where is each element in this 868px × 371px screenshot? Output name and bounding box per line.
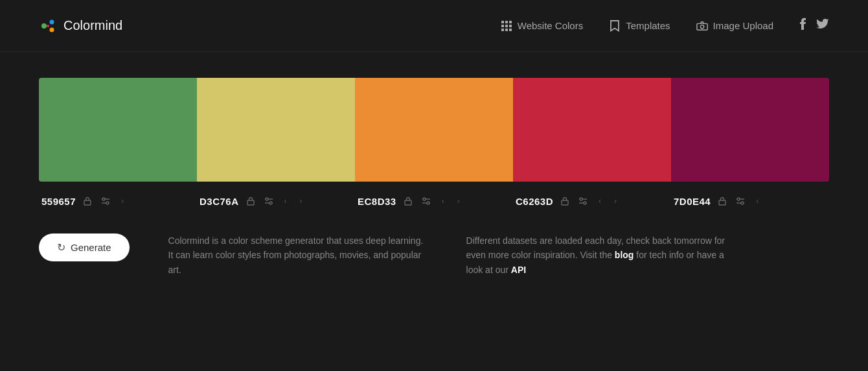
color-info-row: 559657 › D3C76A bbox=[39, 195, 829, 208]
adjust-icon-3[interactable] bbox=[577, 195, 589, 208]
svg-rect-26 bbox=[719, 200, 725, 205]
swatch-1 bbox=[197, 78, 355, 182]
nav-templates[interactable]: Templates bbox=[609, 20, 670, 32]
arrow-left-3[interactable]: ‹ bbox=[595, 196, 605, 206]
svg-rect-16 bbox=[405, 200, 411, 205]
color-info-3: C6263D ‹ › bbox=[513, 195, 671, 208]
camera-icon bbox=[696, 20, 708, 32]
svg-point-3 bbox=[47, 25, 49, 27]
description-left: Colormind is a color scheme generator th… bbox=[168, 233, 428, 277]
arrow-left-2[interactable]: ‹ bbox=[438, 196, 448, 206]
arrow-left-4[interactable]: ‹ bbox=[752, 196, 762, 206]
color-info-1: D3C76A ‹ › bbox=[197, 195, 355, 208]
hex-1: D3C76A bbox=[200, 196, 239, 207]
color-info-0: 559657 › bbox=[39, 195, 197, 208]
generate-button[interactable]: ↻ Generate bbox=[39, 233, 130, 261]
app-name: Colormind bbox=[63, 18, 122, 33]
refresh-icon: ↻ bbox=[57, 241, 65, 254]
bottom-section: ↻ Generate Colormind is a color scheme g… bbox=[39, 233, 829, 277]
image-upload-label: Image Upload bbox=[713, 20, 773, 31]
svg-point-5 bbox=[700, 25, 703, 28]
adjust-icon-1[interactable] bbox=[262, 195, 275, 208]
svg-rect-6 bbox=[84, 200, 91, 205]
arrow-left-1[interactable]: ‹ bbox=[280, 196, 291, 206]
svg-point-0 bbox=[41, 23, 47, 29]
navbar: Colormind Website Colors Templates bbox=[0, 0, 868, 52]
color-palette bbox=[39, 78, 829, 182]
lock-icon-0[interactable] bbox=[81, 195, 94, 208]
blog-link[interactable]: blog bbox=[615, 250, 634, 260]
swatch-3 bbox=[513, 78, 671, 182]
lock-icon-2[interactable] bbox=[402, 195, 415, 208]
hex-0: 559657 bbox=[41, 196, 76, 207]
svg-point-20 bbox=[427, 202, 429, 204]
svg-rect-11 bbox=[247, 200, 254, 205]
logo-area: Colormind bbox=[39, 17, 122, 35]
templates-label: Templates bbox=[626, 20, 670, 31]
hex-2: EC8D33 bbox=[358, 196, 396, 207]
svg-point-1 bbox=[50, 19, 54, 24]
hex-4: 7D0E44 bbox=[674, 196, 711, 207]
svg-point-2 bbox=[50, 27, 54, 32]
social-icons bbox=[799, 18, 829, 34]
svg-point-14 bbox=[266, 198, 268, 200]
nav-website-colors[interactable]: Website Colors bbox=[501, 20, 583, 32]
lock-icon-3[interactable] bbox=[558, 195, 571, 208]
swatch-2 bbox=[355, 78, 513, 182]
nav-items: Website Colors Templates Image Upload bbox=[501, 20, 773, 32]
svg-point-30 bbox=[741, 202, 744, 204]
hex-3: C6263D bbox=[516, 196, 553, 207]
twitter-icon[interactable] bbox=[816, 19, 829, 33]
arrow-right-2[interactable]: › bbox=[453, 196, 464, 206]
facebook-icon[interactable] bbox=[799, 18, 806, 34]
adjust-icon-0[interactable] bbox=[99, 195, 112, 208]
adjust-icon-4[interactable] bbox=[734, 195, 747, 208]
svg-point-24 bbox=[580, 198, 582, 200]
svg-point-15 bbox=[269, 202, 272, 204]
arrow-right-0[interactable]: › bbox=[117, 196, 128, 206]
svg-point-10 bbox=[106, 202, 109, 204]
svg-rect-4 bbox=[696, 23, 707, 30]
api-link[interactable]: API bbox=[511, 265, 526, 275]
lock-icon-1[interactable] bbox=[244, 195, 257, 208]
description-right: Different datasets are loaded each day, … bbox=[466, 233, 738, 277]
svg-point-25 bbox=[584, 202, 586, 204]
color-info-2: EC8D33 ‹ › bbox=[355, 195, 513, 208]
grid-icon bbox=[501, 20, 512, 32]
swatch-0 bbox=[39, 78, 197, 182]
arrow-right-1[interactable]: › bbox=[296, 196, 306, 206]
swatch-4 bbox=[671, 78, 829, 182]
logo-icon bbox=[39, 17, 57, 35]
svg-point-9 bbox=[102, 198, 105, 200]
bookmark-icon bbox=[609, 20, 621, 32]
generate-label: Generate bbox=[71, 242, 111, 253]
svg-rect-21 bbox=[562, 200, 568, 205]
svg-point-29 bbox=[737, 198, 740, 200]
adjust-icon-2[interactable] bbox=[420, 195, 433, 208]
nav-image-upload[interactable]: Image Upload bbox=[696, 20, 773, 32]
color-info-4: 7D0E44 ‹ bbox=[671, 195, 829, 208]
svg-point-19 bbox=[423, 198, 426, 200]
website-colors-label: Website Colors bbox=[518, 20, 583, 31]
main-content: 559657 › D3C76A bbox=[0, 52, 868, 296]
lock-icon-4[interactable] bbox=[716, 195, 729, 208]
arrow-right-3[interactable]: › bbox=[610, 196, 621, 206]
